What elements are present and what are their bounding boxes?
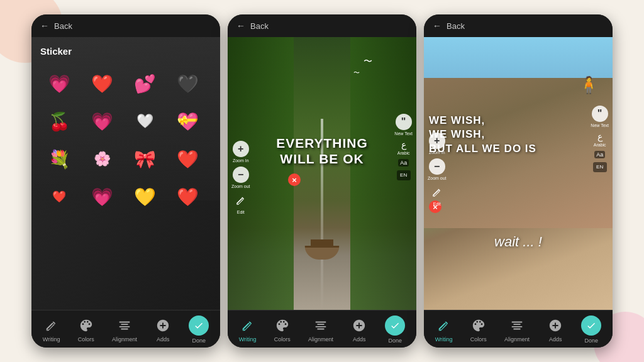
back-arrow-icon-2[interactable]: ← (236, 21, 245, 31)
toolbar-alignment-1[interactable]: Alignment (112, 317, 137, 343)
sticker-cherry[interactable]: 🍒 (43, 105, 75, 138)
zoom-in-label-3: Zoom In (429, 150, 445, 155)
back-label-1[interactable]: Back (54, 21, 72, 31)
seagull-1: 〜 (364, 56, 372, 67)
colors-icon-3 (470, 317, 487, 334)
left-controls-2: + Zoom In − Zoom out Edit (231, 141, 250, 214)
wait-text[interactable]: wait ... ! (494, 234, 542, 250)
sticker-sketch-heart[interactable]: ❤️ (171, 180, 204, 213)
back-arrow-icon-3[interactable]: ← (433, 21, 441, 31)
sticker-gold-heart[interactable]: 💛 (128, 180, 161, 213)
wish-text[interactable]: WE WISH, WE WISH, BUT ALL WE DO IS (429, 114, 608, 157)
phone3-header: ← Back (424, 14, 613, 37)
zoom-in-btn-2[interactable]: + (233, 141, 249, 157)
sticker-love-you[interactable]: ❤️ (43, 180, 75, 213)
phone-2: ← Back 〜 〜 EVERYTHING WILL BE OK (228, 14, 416, 348)
arabic-icon-2[interactable]: ع (401, 140, 406, 150)
toolbar-writing-2[interactable]: Writing (239, 317, 257, 343)
font-btn-2[interactable]: Aa (398, 159, 409, 167)
sticker-bow-heart[interactable]: 🎀 (128, 143, 161, 175)
zoom-out-label-2: Zoom out (231, 184, 250, 189)
toolbar-adds-1[interactable]: Adds (154, 317, 172, 343)
zoom-in-btn-3[interactable]: + (429, 133, 445, 149)
new-text-label-3: New Text (591, 123, 609, 128)
delete-text-btn-2[interactable]: × (288, 173, 301, 186)
en-group-2: EN (397, 170, 411, 180)
zoom-in-group: + Zoom In (233, 141, 249, 163)
edit-label-3: Edit (433, 202, 441, 206)
en-badge-3[interactable]: EN (593, 162, 607, 172)
sticker-heart-1[interactable]: 💗 (43, 67, 75, 100)
sticker-lace-heart[interactable]: 🌸 (86, 143, 118, 175)
toolbar-adds-3[interactable]: Adds (547, 317, 564, 343)
new-text-btn-3[interactable]: " (592, 106, 608, 122)
done-button-2[interactable] (385, 315, 405, 336)
sticker-red-heart-2[interactable]: ❤️ (171, 143, 204, 175)
toolbar-done-3[interactable]: Done (581, 315, 601, 344)
sticker-grid: 💗 ❤️ 💕 🖤 🍒 💗 🤍 💝 💐 🌸 🎀 ❤️ ❤️ (38, 62, 214, 218)
arabic-label-2: Arabic (397, 151, 410, 155)
arabic-label-3: Arabic (594, 143, 606, 147)
right-controls-2: " New Text ع Arabic Aa EN (394, 114, 413, 180)
sticker-flowers[interactable]: 💐 (43, 143, 75, 175)
writing-icon-3 (435, 317, 453, 334)
en-badge-2[interactable]: EN (397, 170, 411, 180)
sticker-heart-pink[interactable]: 💗 (86, 105, 118, 138)
zoom-out-group: − Zoom out (231, 167, 250, 189)
zoom-in-group-3: + Zoom In (429, 133, 445, 155)
sticker-black-heart[interactable]: 🖤 (171, 67, 204, 100)
toolbar-colors-3[interactable]: Colors (470, 317, 487, 343)
toolbar-alignment-2[interactable]: Alignment (308, 317, 333, 343)
sticker-dotted-heart[interactable]: 🤍 (128, 105, 161, 138)
done-button-1[interactable] (189, 315, 209, 336)
toolbar-writing-3[interactable]: Writing (435, 317, 453, 343)
adds-label-1: Adds (157, 336, 170, 343)
person-on-cliff: 🧍 (579, 75, 599, 95)
phone-3: ← Back 🧍 WE WISH, WE WISH, BUT ALL WE DO… (424, 14, 613, 348)
toolbar-writing-1[interactable]: Writing (43, 317, 60, 343)
zoom-out-btn-3[interactable]: − (429, 158, 445, 175)
done-button-3[interactable] (581, 315, 601, 336)
new-text-group-3: " New Text (591, 106, 609, 128)
colors-label-1: Colors (78, 336, 94, 343)
edit-group-3: Edit (429, 184, 445, 206)
right-controls-3: " New Text ع Arabic Aa EN (591, 106, 609, 172)
colors-icon-2 (274, 317, 291, 334)
toolbar-done-1[interactable]: Done (189, 315, 209, 344)
road-photo: 〜 〜 EVERYTHING WILL BE OK × + Zoom In (228, 37, 416, 310)
adds-icon-3 (547, 317, 564, 334)
font-group-3: Aa (594, 151, 605, 158)
writing-label-2: Writing (239, 336, 257, 343)
font-btn-3[interactable]: Aa (594, 151, 605, 158)
alignment-label-2: Alignment (308, 336, 333, 343)
back-arrow-icon[interactable]: ← (40, 21, 49, 31)
edit-label-2: Edit (237, 210, 245, 214)
toolbar-adds-2[interactable]: Adds (350, 317, 368, 343)
sticker-outline-heart[interactable]: 💗 (86, 180, 118, 213)
alignment-label-3: Alignment (504, 336, 530, 343)
phone-1: ← Back Sticker 💗 ❤️ 💕 🖤 🍒 💗 🤍 💝 (31, 14, 220, 348)
toolbar-colors-1[interactable]: Colors (77, 317, 95, 343)
font-group-2: Aa (398, 159, 409, 167)
arabic-icon-3[interactable]: ع (597, 131, 602, 141)
zoom-out-btn-2[interactable]: − (233, 167, 249, 183)
edit-group-2: Edit (233, 192, 249, 214)
sticker-heart-gift[interactable]: 💝 (171, 105, 204, 138)
done-label-3: Done (585, 337, 599, 344)
phones-container: ← Back Sticker 💗 ❤️ 💕 🖤 🍒 💗 🤍 💝 (31, 14, 613, 348)
back-label-3[interactable]: Back (447, 21, 465, 31)
toolbar-alignment-3[interactable]: Alignment (504, 317, 530, 343)
phone1-bg: Sticker 💗 ❤️ 💕 🖤 🍒 💗 🤍 💝 💐 🌸 🎀 (31, 37, 220, 310)
toolbar-done-2[interactable]: Done (385, 315, 405, 344)
new-text-btn-2[interactable]: " (396, 114, 412, 130)
zoom-out-label-3: Zoom out (428, 176, 447, 180)
wish-line1: WE WISH, (429, 114, 608, 128)
back-label-2[interactable]: Back (250, 21, 269, 31)
sticker-heart-2[interactable]: ❤️ (86, 67, 118, 100)
adds-icon-1 (154, 317, 172, 334)
sticker-panel-title: Sticker (40, 46, 72, 57)
toolbar-colors-2[interactable]: Colors (274, 317, 291, 343)
sticker-heart-3[interactable]: 💕 (128, 67, 161, 100)
everything-text[interactable]: EVERYTHING WILL BE OK (276, 135, 368, 167)
phone1-content: Sticker 💗 ❤️ 💕 🖤 🍒 💗 🤍 💝 💐 🌸 🎀 (31, 37, 220, 310)
